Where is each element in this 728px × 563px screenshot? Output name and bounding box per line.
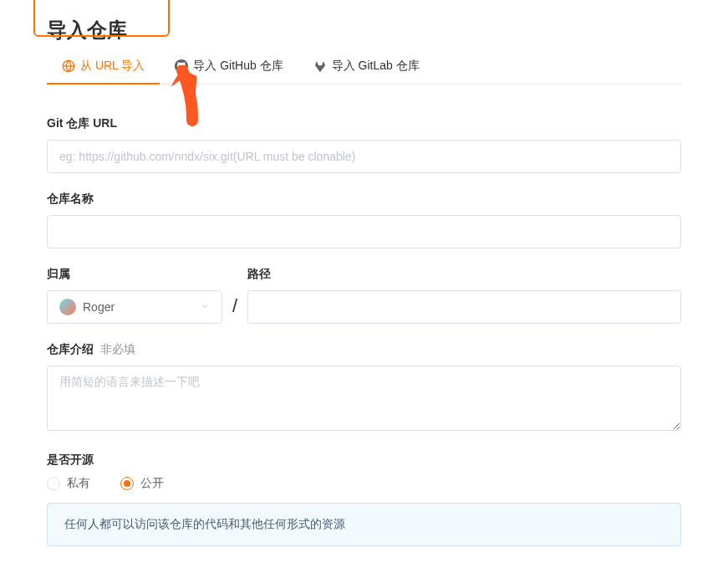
tab-github-import[interactable]: 导入 GitHub 仓库: [160, 59, 298, 84]
tab-gitlab-import[interactable]: 导入 GitLab 仓库: [298, 59, 435, 84]
owner-value: Roger: [83, 300, 115, 314]
tab-url-import[interactable]: 从 URL 导入: [47, 59, 160, 84]
chevron-down-icon: [200, 300, 210, 314]
visibility-private-radio[interactable]: 私有: [47, 476, 90, 491]
path-input[interactable]: [247, 290, 681, 324]
git-url-label: Git 仓库 URL: [47, 116, 681, 131]
visibility-public-radio[interactable]: 公开: [120, 476, 164, 491]
public-info-banner: 任何人都可以访问该仓库的代码和其他任何形式的资源: [47, 503, 681, 546]
visibility-label: 是否开源: [47, 453, 681, 468]
repo-name-label: 仓库名称: [47, 192, 681, 207]
path-label: 路径: [247, 267, 681, 282]
radio-circle-icon: [47, 477, 60, 490]
repo-name-input[interactable]: [47, 215, 681, 248]
tab-github-label: 导入 GitHub 仓库: [193, 59, 283, 74]
description-textarea[interactable]: [47, 366, 681, 431]
tab-gitlab-label: 导入 GitLab 仓库: [332, 59, 420, 74]
owner-label: 归属: [47, 267, 222, 282]
path-separator: /: [232, 295, 237, 324]
tab-url-label: 从 URL 导入: [80, 59, 145, 74]
import-tabs: 从 URL 导入 导入 GitHub 仓库 导入 GitLab 仓库: [47, 59, 681, 84]
page-title: 导入仓库: [47, 17, 681, 44]
owner-select[interactable]: Roger: [47, 290, 222, 324]
description-label: 仓库介绍 非必填: [47, 342, 681, 357]
gitlab-icon: [313, 59, 327, 73]
description-optional: 非必填: [100, 342, 135, 356]
globe-icon: [62, 59, 75, 73]
visibility-public-label: 公开: [140, 476, 164, 491]
avatar: [59, 299, 76, 315]
git-url-input[interactable]: [47, 140, 681, 173]
github-icon: [175, 59, 188, 73]
radio-circle-checked-icon: [120, 477, 134, 490]
visibility-private-label: 私有: [67, 476, 90, 491]
